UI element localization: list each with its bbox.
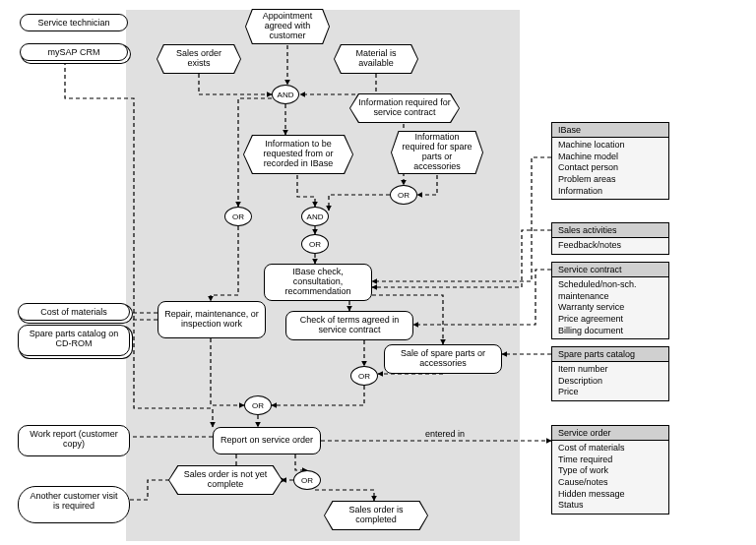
cost-of-materials: Cost of materials: [18, 303, 130, 321]
connector-and-1: AND: [272, 85, 299, 104]
list-item: Price agreement: [558, 314, 662, 326]
fn-report: Report on service order: [213, 427, 321, 454]
sidebar-service-contract-body: Scheduled/non-sch. maintenance Warranty …: [551, 277, 669, 339]
list-item: Item number: [558, 364, 662, 376]
sidebar-spare-catalog: Spare parts catalog Item number Descript…: [551, 346, 669, 401]
list-item: Cost of materials: [558, 443, 662, 454]
connector-and-2: AND: [301, 207, 329, 226]
list-item: Billing document: [558, 326, 662, 337]
list-item: Price: [558, 387, 662, 398]
list-item: Status: [558, 500, 662, 512]
spare-parts-catalog-cd: Spare parts catalog on CD-ROM: [18, 325, 130, 356]
event-not-complete: Sales order is not yet complete: [169, 466, 282, 494]
sidebar-ibase: IBase Machine location Machine model Con…: [551, 122, 669, 200]
fn-ibase-check: IBase check, consultation, recommendatio…: [264, 264, 372, 301]
sidebar-ibase-header: IBase: [551, 122, 669, 138]
list-item: Warranty service: [558, 302, 662, 314]
list-item: Problem areas: [558, 174, 662, 186]
label-entered-in: entered in: [425, 429, 465, 439]
sidebar-sales-activities-header: Sales activities: [551, 222, 669, 238]
list-item: Contact person: [558, 162, 662, 174]
fn-check-terms: Check of terms agreed in service contrac…: [285, 311, 413, 340]
connector-or-3: OR: [301, 234, 329, 254]
mysap-crm: mySAP CRM: [20, 43, 128, 61]
list-item: Machine model: [558, 151, 662, 163]
list-item: Cause/notes: [558, 477, 662, 489]
list-item: Information: [558, 186, 662, 198]
sidebar-service-order-header: Service order: [551, 425, 669, 441]
event-sales-order-exists: Sales order exists: [158, 45, 240, 73]
sidebar-ibase-body: Machine location Machine model Contact p…: [551, 138, 669, 200]
work-report: Work report (customer copy): [18, 425, 130, 456]
event-info-spare: Information required for spare parts or …: [392, 132, 482, 173]
event-material-available: Material is available: [335, 45, 417, 73]
sidebar-sales-activities: Sales activities Feedback/notes: [551, 222, 669, 255]
fn-sale-spare: Sale of spare parts or accessories: [384, 344, 502, 374]
sidebar-service-contract-header: Service contract: [551, 262, 669, 277]
event-info-ibase: Information to be requested from or reco…: [244, 136, 352, 173]
another-visit-cloud: Another customer visit is required: [18, 486, 130, 523]
event-appointment: Appointment agreed with customer: [246, 10, 329, 43]
list-item: Type of work: [558, 465, 662, 477]
sidebar-spare-catalog-body: Item number Description Price: [551, 362, 669, 401]
connector-or-4: OR: [350, 366, 378, 386]
list-item: Hidden message: [558, 489, 662, 501]
sidebar-spare-catalog-header: Spare parts catalog: [551, 346, 669, 362]
list-item: Feedback/notes: [558, 240, 662, 252]
fn-repair: Repair, maintenance, or inspection work: [158, 301, 266, 338]
event-completed: Sales order is completed: [325, 502, 427, 529]
service-technician: Service technician: [20, 14, 128, 31]
sidebar-sales-activities-body: Feedback/notes: [551, 238, 669, 255]
list-item: Scheduled/non-sch. maintenance: [558, 279, 662, 302]
diagram-canvas: Service technician mySAP CRM Cost of mat…: [0, 0, 756, 545]
sidebar-service-order-body: Cost of materials Time required Type of …: [551, 441, 669, 515]
connector-or-5: OR: [244, 395, 272, 415]
list-item: Description: [558, 376, 662, 388]
list-item: Machine location: [558, 140, 662, 151]
event-info-contract: Information required for service contrac…: [350, 94, 459, 122]
connector-or-6: OR: [293, 470, 321, 490]
sidebar-service-contract: Service contract Scheduled/non-sch. main…: [551, 262, 669, 339]
sidebar-service-order: Service order Cost of materials Time req…: [551, 425, 669, 515]
connector-or-1: OR: [390, 185, 417, 205]
connector-or-2: OR: [224, 207, 252, 226]
list-item: Time required: [558, 454, 662, 466]
